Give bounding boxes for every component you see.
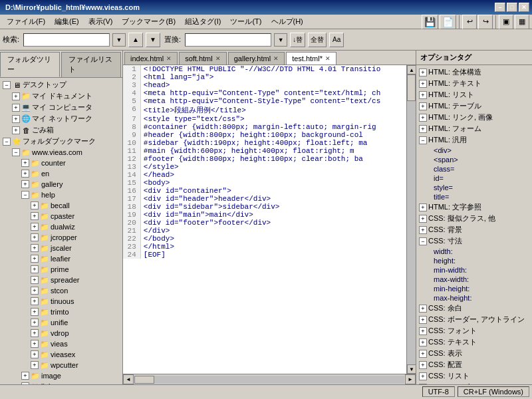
line-content-13[interactable]: </style> — [140, 163, 406, 171]
line-content-15[interactable]: <body> — [140, 179, 406, 187]
tree-item-spreader[interactable]: +📁spreader — [1, 275, 121, 285]
editor-tab-index[interactable]: index.html ✕ — [124, 52, 178, 65]
opt-expand-8[interactable]: + — [419, 215, 427, 223]
line-content-1[interactable]: <!DOCTYPE HTML PUBLIC "-//W3C//DTD HTML … — [140, 65, 406, 73]
menu-edit[interactable]: 編集(E) — [51, 15, 83, 28]
opt-item-14[interactable]: +CSS: テキスト — [418, 336, 531, 348]
tree-expand-wpcutter[interactable]: + — [31, 361, 39, 369]
search-up-button[interactable]: ▲ — [128, 33, 143, 47]
editor-hscrollbar[interactable]: ◄ ► — [123, 374, 416, 384]
toolbar-save2-icon[interactable]: 📄 — [440, 15, 456, 29]
tree-expand-image[interactable]: + — [21, 372, 29, 380]
tree-item-prime[interactable]: +📁prime — [1, 264, 121, 275]
hscroll-track[interactable] — [134, 376, 404, 384]
close-button[interactable]: ✕ — [519, 3, 529, 12]
opt-child-6-2[interactable]: class= — [418, 164, 531, 174]
replace-one-button[interactable]: ↓替 — [290, 33, 305, 47]
tree-item-wpcutter[interactable]: +📁wpcutter — [1, 360, 121, 370]
tree-expand-bookmarks[interactable]: − — [3, 138, 11, 146]
opt-expand-7[interactable]: + — [419, 203, 427, 211]
close-tab-test[interactable]: ✕ — [325, 55, 331, 62]
tree-expand-gallery[interactable]: + — [21, 180, 29, 188]
opt-expand-5[interactable]: + — [419, 125, 427, 133]
opt-expand-9[interactable]: + — [419, 226, 427, 234]
tree-item-mypc[interactable]: +💻マイ コンピュータ — [1, 102, 121, 113]
line-content-2[interactable]: <html lang="ja"> — [140, 73, 406, 81]
tree-item-tinuous[interactable]: +📁tinuous — [1, 296, 121, 307]
tree-expand-jscaler[interactable]: + — [31, 244, 39, 252]
replace-input[interactable] — [185, 33, 271, 47]
tree-item-vdrop[interactable]: +📁vdrop — [1, 328, 121, 338]
close-tab-index[interactable]: ✕ — [166, 55, 172, 62]
tree-item-unific[interactable]: +📁unifie — [1, 317, 121, 328]
opt-child-6-5[interactable]: title= — [418, 192, 531, 201]
tree-expand-vieas2[interactable]: + — [31, 340, 39, 348]
vscroll-thumb[interactable] — [407, 74, 416, 101]
menu-file[interactable]: ファイル(F) — [3, 15, 49, 28]
tree-item-image[interactable]: +📁image — [1, 370, 121, 381]
menu-view[interactable]: 表示(V) — [84, 15, 117, 28]
folder-tree[interactable]: −🖥デスクトップ+📁マイ ドキュメント+💻マイ コンピュータ+🌐マイ ネットワー… — [0, 78, 122, 384]
editor-tab-test[interactable]: test.html* ✕ — [286, 52, 336, 65]
line-content-10[interactable]: #sidebar {width:190px; height:400px; flo… — [140, 139, 406, 147]
opt-child-6-1[interactable]: <span> — [418, 155, 531, 164]
tree-item-vieas[interactable]: −📁www.vieas.com — [1, 147, 121, 158]
tree-item-help[interactable]: −📁help — [1, 190, 121, 200]
opt-expand-11[interactable]: + — [419, 305, 427, 313]
line-content-17[interactable]: <div id="header">header</div> — [140, 195, 406, 203]
line-content-9[interactable]: #header {width:800px; height:100px; back… — [140, 131, 406, 139]
minimize-button[interactable]: – — [495, 3, 505, 12]
tree-expand-en[interactable]: + — [21, 170, 29, 178]
tab-folder-tree[interactable]: フォルダツリー — [0, 52, 60, 77]
opt-expand-13[interactable]: + — [419, 327, 427, 335]
opt-expand-2[interactable]: + — [419, 91, 427, 99]
tree-item-vieas2[interactable]: +📁vieas — [1, 338, 121, 349]
opt-item-9[interactable]: +CSS: 背景 — [418, 224, 531, 235]
tree-item-stcon[interactable]: +📁stcon — [1, 285, 121, 296]
opt-expand-16[interactable]: + — [419, 361, 427, 369]
tree-item-en[interactable]: +📁en — [1, 168, 121, 179]
tree-item-mynet[interactable]: +🌐マイ ネットワーク — [1, 113, 121, 124]
line-content-11[interactable]: #main {width:600px; height:400px; float:… — [140, 147, 406, 155]
editor-tab-soft[interactable]: soft.html ✕ — [179, 52, 227, 65]
tree-item-vieasex[interactable]: +📁vieasex — [1, 349, 121, 360]
editor-vscrollbar[interactable]: ▲ ▼ — [406, 65, 416, 374]
tree-expand-trimto[interactable]: + — [31, 308, 39, 316]
opt-expand-14[interactable]: + — [419, 338, 427, 346]
opt-item-17[interactable]: +CSS: リスト — [418, 370, 531, 382]
line-content-7[interactable]: <style type="text/css"> — [140, 115, 406, 123]
tree-expand-counter[interactable]: + — [21, 159, 29, 167]
hscroll-left[interactable]: ◄ — [123, 374, 134, 384]
opt-item-6[interactable]: −HTML: 汎用 — [418, 134, 531, 146]
opt-expand-6[interactable]: − — [419, 136, 427, 144]
opt-child-10-0[interactable]: width: — [418, 247, 531, 256]
hscroll-thumb[interactable] — [134, 376, 154, 384]
opt-item-1[interactable]: +HTML: テキスト — [418, 78, 531, 89]
line-content-22[interactable]: </body> — [140, 235, 406, 243]
tree-expand-prime[interactable]: + — [31, 265, 39, 273]
opt-item-13[interactable]: +CSS: フォント — [418, 325, 531, 336]
close-tab-gallery[interactable]: ✕ — [273, 55, 279, 62]
options-tree[interactable]: +HTML: 全体構造+HTML: テキスト+HTML: リスト+HTML: テ… — [416, 65, 532, 384]
tree-expand-becall[interactable]: + — [31, 201, 39, 209]
line-content-18[interactable]: <div id="sidebar">sidebar</div> — [140, 203, 406, 211]
tree-expand-spreader[interactable]: + — [31, 276, 39, 284]
toolbar-layout2-icon[interactable]: ▦ — [515, 15, 529, 29]
line-content-19[interactable]: <div id="main">main</div> — [140, 211, 406, 219]
tree-item-dualwiz[interactable]: +📁dualwiz — [1, 221, 121, 232]
toolbar-undo-icon[interactable]: ↩ — [462, 15, 477, 29]
line-content-16[interactable]: <div id="container"> — [140, 187, 406, 195]
tree-expand-stcon[interactable]: + — [31, 287, 39, 295]
tree-item-desktop[interactable]: −🖥デスクトップ — [1, 79, 121, 90]
tree-item-leafier[interactable]: +📁leafier — [1, 253, 121, 264]
close-tab-soft[interactable]: ✕ — [215, 55, 221, 62]
opt-item-0[interactable]: +HTML: 全体構造 — [418, 66, 531, 78]
opt-expand-1[interactable]: + — [419, 80, 427, 88]
toolbar-layout1-icon[interactable]: ▣ — [499, 15, 513, 29]
opt-child-10-5[interactable]: max-height: — [418, 293, 531, 303]
hscroll-right[interactable]: ► — [405, 374, 416, 384]
opt-child-6-3[interactable]: id= — [418, 174, 531, 183]
tree-item-jcropper[interactable]: +📁jcropper — [1, 232, 121, 243]
line-content-12[interactable]: #footer {width:800px; height:100px; clea… — [140, 155, 406, 163]
line-content-20[interactable]: <div id="footer">footer</div> — [140, 219, 406, 227]
